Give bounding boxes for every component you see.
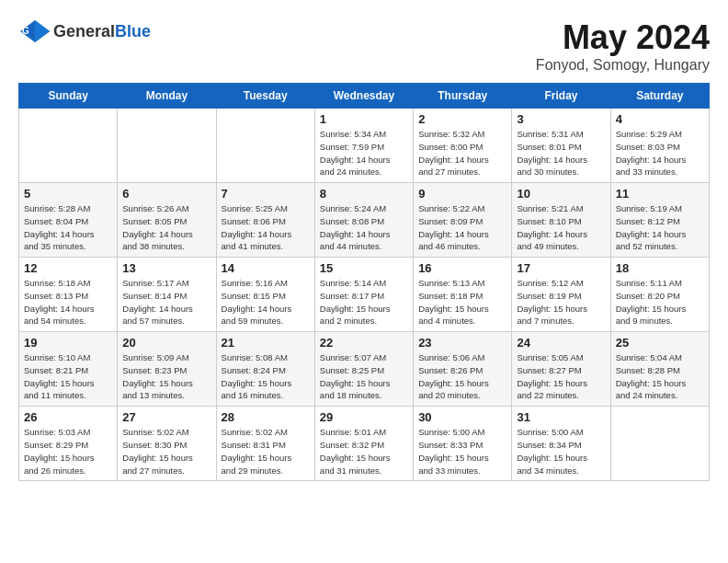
calendar-cell: 29Sunrise: 5:01 AM Sunset: 8:32 PM Dayli… bbox=[314, 407, 413, 481]
day-info: Sunrise: 5:13 AM Sunset: 8:18 PM Dayligh… bbox=[418, 277, 506, 327]
day-info: Sunrise: 5:14 AM Sunset: 8:17 PM Dayligh… bbox=[320, 277, 408, 327]
calendar-cell: 4Sunrise: 5:29 AM Sunset: 8:03 PM Daylig… bbox=[610, 109, 709, 183]
day-number: 4 bbox=[616, 112, 704, 126]
calendar-cell: 16Sunrise: 5:13 AM Sunset: 8:18 PM Dayli… bbox=[414, 258, 512, 332]
calendar-cell: 7Sunrise: 5:25 AM Sunset: 8:06 PM Daylig… bbox=[216, 183, 314, 258]
day-info: Sunrise: 5:25 AM Sunset: 8:06 PM Dayligh… bbox=[222, 202, 310, 253]
calendar-week-row: 1Sunrise: 5:34 AM Sunset: 7:59 PM Daylig… bbox=[19, 109, 710, 183]
day-number: 12 bbox=[24, 261, 112, 275]
day-info: Sunrise: 5:34 AM Sunset: 7:59 PM Dayligh… bbox=[320, 128, 408, 178]
calendar-cell bbox=[610, 407, 709, 481]
calendar-cell: 27Sunrise: 5:02 AM Sunset: 8:30 PM Dayli… bbox=[118, 407, 216, 481]
day-info: Sunrise: 5:11 AM Sunset: 8:20 PM Dayligh… bbox=[616, 277, 704, 327]
day-number: 21 bbox=[222, 336, 310, 350]
day-info: Sunrise: 5:07 AM Sunset: 8:25 PM Dayligh… bbox=[320, 351, 408, 402]
logo-blue: Blue bbox=[115, 22, 151, 40]
day-info: Sunrise: 5:00 AM Sunset: 8:33 PM Dayligh… bbox=[418, 426, 506, 477]
day-info: Sunrise: 5:22 AM Sunset: 8:09 PM Dayligh… bbox=[418, 202, 506, 253]
calendar-header-row: SundayMondayTuesdayWednesdayThursdayFrid… bbox=[19, 84, 710, 109]
day-number: 17 bbox=[517, 261, 605, 275]
day-info: Sunrise: 5:16 AM Sunset: 8:15 PM Dayligh… bbox=[222, 277, 310, 327]
calendar-cell: 13Sunrise: 5:17 AM Sunset: 8:14 PM Dayli… bbox=[118, 258, 216, 332]
day-number: 10 bbox=[517, 187, 605, 201]
day-number: 31 bbox=[517, 410, 605, 424]
day-number: 23 bbox=[418, 336, 506, 350]
logo-general: General bbox=[53, 22, 115, 40]
header-monday: Monday bbox=[118, 84, 216, 109]
day-info: Sunrise: 5:10 AM Sunset: 8:21 PM Dayligh… bbox=[24, 351, 112, 402]
calendar-cell bbox=[118, 109, 216, 183]
day-info: Sunrise: 5:17 AM Sunset: 8:14 PM Dayligh… bbox=[122, 277, 210, 327]
day-number: 16 bbox=[418, 261, 506, 275]
day-info: Sunrise: 5:03 AM Sunset: 8:29 PM Dayligh… bbox=[24, 426, 112, 477]
calendar-subtitle: Fonyod, Somogy, Hungary bbox=[536, 57, 710, 74]
day-number: 14 bbox=[222, 261, 310, 275]
day-info: Sunrise: 5:31 AM Sunset: 8:01 PM Dayligh… bbox=[517, 128, 605, 178]
day-info: Sunrise: 5:18 AM Sunset: 8:13 PM Dayligh… bbox=[24, 277, 112, 327]
title-block: May 2024 Fonyod, Somogy, Hungary bbox=[536, 18, 710, 74]
day-info: Sunrise: 5:06 AM Sunset: 8:26 PM Dayligh… bbox=[418, 351, 506, 402]
calendar-title: May 2024 bbox=[536, 18, 710, 57]
calendar-cell: 17Sunrise: 5:12 AM Sunset: 8:19 PM Dayli… bbox=[512, 258, 610, 332]
calendar-cell: 5Sunrise: 5:28 AM Sunset: 8:04 PM Daylig… bbox=[19, 183, 118, 258]
day-number: 27 bbox=[122, 410, 210, 424]
calendar-cell bbox=[216, 109, 314, 183]
day-info: Sunrise: 5:21 AM Sunset: 8:10 PM Dayligh… bbox=[517, 202, 605, 253]
calendar-cell: 9Sunrise: 5:22 AM Sunset: 8:09 PM Daylig… bbox=[414, 183, 512, 258]
header-tuesday: Tuesday bbox=[216, 84, 314, 109]
calendar-cell: 30Sunrise: 5:00 AM Sunset: 8:33 PM Dayli… bbox=[414, 407, 512, 481]
header-saturday: Saturday bbox=[610, 84, 709, 109]
day-number: 1 bbox=[320, 112, 408, 126]
logo-icon: G bbox=[18, 18, 51, 44]
calendar-cell: 20Sunrise: 5:09 AM Sunset: 8:23 PM Dayli… bbox=[118, 332, 216, 407]
day-number: 19 bbox=[24, 336, 112, 350]
svg-marker-1 bbox=[35, 20, 50, 42]
calendar-week-row: 5Sunrise: 5:28 AM Sunset: 8:04 PM Daylig… bbox=[19, 183, 710, 258]
calendar-week-row: 12Sunrise: 5:18 AM Sunset: 8:13 PM Dayli… bbox=[19, 258, 710, 332]
day-number: 29 bbox=[320, 410, 408, 424]
day-info: Sunrise: 5:19 AM Sunset: 8:12 PM Dayligh… bbox=[616, 202, 704, 253]
day-number: 11 bbox=[616, 187, 704, 201]
day-number: 15 bbox=[320, 261, 408, 275]
day-info: Sunrise: 5:08 AM Sunset: 8:24 PM Dayligh… bbox=[222, 351, 310, 402]
day-number: 28 bbox=[222, 410, 310, 424]
calendar-cell: 11Sunrise: 5:19 AM Sunset: 8:12 PM Dayli… bbox=[610, 183, 709, 258]
day-info: Sunrise: 5:00 AM Sunset: 8:34 PM Dayligh… bbox=[517, 426, 605, 477]
day-number: 5 bbox=[24, 187, 112, 201]
day-number: 9 bbox=[418, 187, 506, 201]
day-number: 2 bbox=[418, 112, 506, 126]
day-info: Sunrise: 5:28 AM Sunset: 8:04 PM Dayligh… bbox=[24, 202, 112, 253]
calendar-cell: 24Sunrise: 5:05 AM Sunset: 8:27 PM Dayli… bbox=[512, 332, 610, 407]
day-number: 7 bbox=[222, 187, 310, 201]
calendar-cell: 10Sunrise: 5:21 AM Sunset: 8:10 PM Dayli… bbox=[512, 183, 610, 258]
calendar-cell bbox=[19, 109, 118, 183]
calendar-cell: 23Sunrise: 5:06 AM Sunset: 8:26 PM Dayli… bbox=[414, 332, 512, 407]
calendar-cell: 28Sunrise: 5:02 AM Sunset: 8:31 PM Dayli… bbox=[216, 407, 314, 481]
day-info: Sunrise: 5:01 AM Sunset: 8:32 PM Dayligh… bbox=[320, 426, 408, 477]
day-info: Sunrise: 5:05 AM Sunset: 8:27 PM Dayligh… bbox=[517, 351, 605, 402]
day-info: Sunrise: 5:29 AM Sunset: 8:03 PM Dayligh… bbox=[616, 128, 704, 178]
day-number: 24 bbox=[517, 336, 605, 350]
day-number: 30 bbox=[418, 410, 506, 424]
day-info: Sunrise: 5:32 AM Sunset: 8:00 PM Dayligh… bbox=[418, 128, 506, 178]
logo: G GeneralBlue bbox=[18, 18, 151, 44]
day-info: Sunrise: 5:24 AM Sunset: 8:08 PM Dayligh… bbox=[320, 202, 408, 253]
day-info: Sunrise: 5:02 AM Sunset: 8:30 PM Dayligh… bbox=[122, 426, 210, 477]
day-number: 6 bbox=[122, 187, 210, 201]
calendar-cell: 25Sunrise: 5:04 AM Sunset: 8:28 PM Dayli… bbox=[610, 332, 709, 407]
calendar-cell: 14Sunrise: 5:16 AM Sunset: 8:15 PM Dayli… bbox=[216, 258, 314, 332]
calendar-cell: 2Sunrise: 5:32 AM Sunset: 8:00 PM Daylig… bbox=[414, 109, 512, 183]
header-wednesday: Wednesday bbox=[314, 84, 413, 109]
calendar-cell: 6Sunrise: 5:26 AM Sunset: 8:05 PM Daylig… bbox=[118, 183, 216, 258]
page-header: G GeneralBlue May 2024 Fonyod, Somogy, H… bbox=[18, 18, 710, 74]
svg-text:G: G bbox=[22, 26, 29, 36]
header-sunday: Sunday bbox=[19, 84, 118, 109]
header-friday: Friday bbox=[512, 84, 610, 109]
calendar-cell: 1Sunrise: 5:34 AM Sunset: 7:59 PM Daylig… bbox=[314, 109, 413, 183]
calendar-cell: 26Sunrise: 5:03 AM Sunset: 8:29 PM Dayli… bbox=[19, 407, 118, 481]
calendar-cell: 22Sunrise: 5:07 AM Sunset: 8:25 PM Dayli… bbox=[314, 332, 413, 407]
calendar-cell: 18Sunrise: 5:11 AM Sunset: 8:20 PM Dayli… bbox=[610, 258, 709, 332]
day-number: 18 bbox=[616, 261, 704, 275]
day-number: 20 bbox=[122, 336, 210, 350]
calendar-week-row: 19Sunrise: 5:10 AM Sunset: 8:21 PM Dayli… bbox=[19, 332, 710, 407]
